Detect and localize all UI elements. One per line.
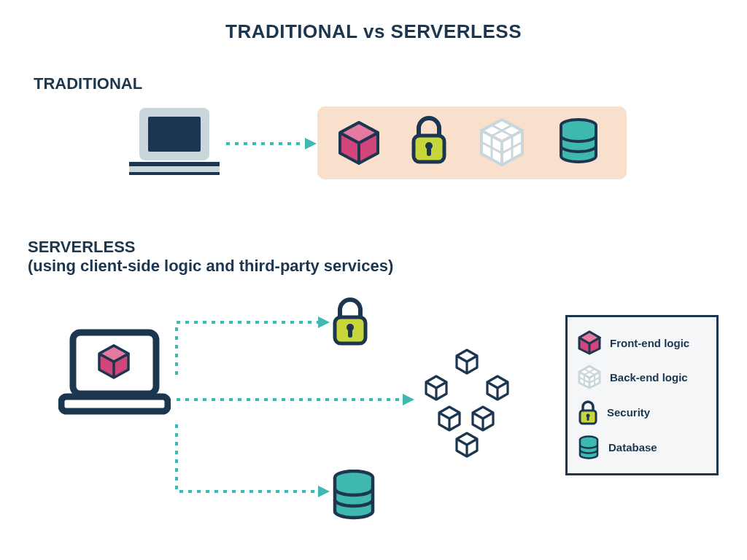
legend-database: Database [578, 435, 706, 460]
svg-rect-12 [427, 147, 431, 156]
database-icon [557, 118, 600, 165]
arrow-traditional [226, 137, 318, 150]
legend-frontend: Front-end logic [578, 330, 706, 355]
legend-box: Front-end logic Back-end logic Security [565, 315, 719, 475]
legend-security: Security [578, 400, 706, 426]
svg-marker-6 [305, 138, 317, 149]
svg-marker-29 [403, 394, 414, 405]
database-icon-serverless [331, 470, 376, 521]
database-icon-small [578, 435, 600, 460]
frontend-cube-icon-small [578, 330, 601, 355]
serverless-subheading: (using client-side logic and third-party… [28, 257, 393, 275]
lock-icon-serverless [330, 296, 371, 347]
laptop-with-frontend-icon [58, 328, 171, 417]
legend-backend: Back-end logic [578, 365, 706, 389]
svg-rect-1 [148, 117, 201, 152]
frontend-cube-icon [338, 121, 379, 165]
svg-rect-4 [129, 172, 220, 175]
svg-rect-33 [348, 329, 352, 338]
lock-icon [409, 115, 449, 165]
svg-rect-60 [587, 416, 589, 421]
svg-rect-3 [129, 162, 220, 166]
backend-cube-icon [479, 118, 525, 166]
svg-marker-30 [318, 486, 330, 497]
microservices-cluster-icon [416, 349, 516, 458]
svg-marker-27 [318, 316, 330, 328]
page-title: TRADITIONAL vs SERVERLESS [0, 20, 747, 43]
backend-cube-icon-small [578, 365, 601, 389]
lock-icon-small [578, 400, 598, 426]
serverless-heading: SERVERLESS (using client-side logic and … [28, 238, 393, 276]
traditional-heading: TRADITIONAL [34, 74, 142, 93]
svg-rect-23 [61, 397, 168, 411]
arrows-serverless [172, 314, 420, 518]
laptop-icon [126, 104, 222, 182]
